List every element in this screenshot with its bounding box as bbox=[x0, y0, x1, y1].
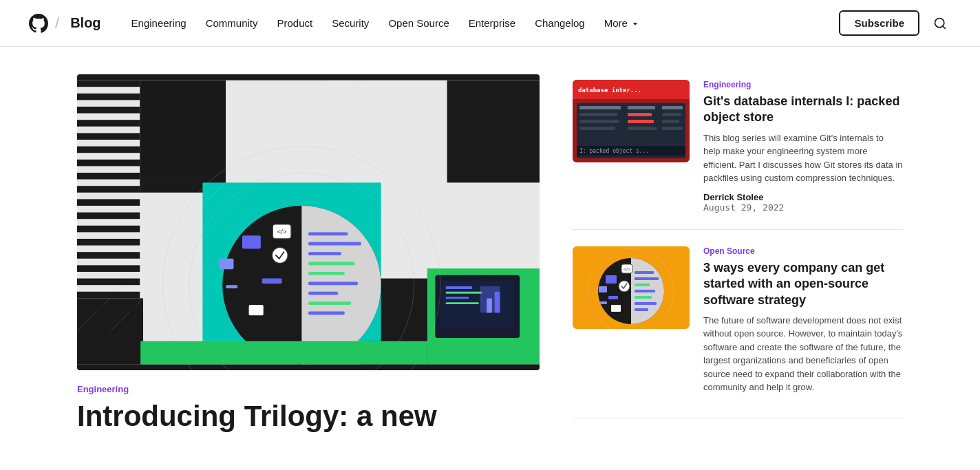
svg-rect-14 bbox=[308, 262, 354, 266]
header-actions: Subscribe bbox=[839, 10, 952, 36]
article-thumbnail-2[interactable]: </> bbox=[573, 246, 690, 329]
article-title-2[interactable]: 3 ways every company can get started wit… bbox=[703, 260, 903, 308]
hero-category: Engineering bbox=[77, 384, 540, 394]
svg-rect-67 bbox=[628, 106, 655, 109]
svg-rect-22 bbox=[262, 279, 282, 284]
hero-image[interactable]: </> bbox=[77, 74, 540, 370]
svg-rect-92 bbox=[600, 301, 607, 304]
svg-text:</>: </> bbox=[624, 267, 630, 272]
article-title-1[interactable]: Git's database internals I: packed objec… bbox=[703, 94, 903, 126]
svg-rect-66 bbox=[579, 106, 621, 109]
main-content: </> bbox=[50, 47, 930, 433]
svg-rect-90 bbox=[599, 286, 607, 292]
svg-rect-84 bbox=[635, 284, 650, 286]
svg-rect-23 bbox=[226, 285, 237, 288]
svg-rect-71 bbox=[662, 113, 681, 116]
svg-rect-55 bbox=[77, 239, 140, 246]
articles-list: database inter... bbox=[573, 74, 903, 433]
article-card: database inter... bbox=[573, 74, 903, 230]
hero-meta: Engineering Introducing Trilogy: a new bbox=[77, 384, 540, 433]
thumbnail-illustration-1: database inter... bbox=[573, 80, 690, 162]
svg-rect-60 bbox=[77, 305, 140, 312]
svg-rect-13 bbox=[308, 252, 341, 255]
nav-item-security[interactable]: Security bbox=[323, 12, 377, 34]
nav-item-community[interactable]: Community bbox=[198, 12, 266, 34]
svg-rect-49 bbox=[77, 160, 140, 167]
svg-rect-91 bbox=[608, 296, 618, 299]
svg-rect-15 bbox=[308, 272, 345, 275]
svg-rect-88 bbox=[635, 308, 648, 311]
svg-rect-48 bbox=[77, 147, 140, 153]
svg-rect-68 bbox=[662, 106, 683, 109]
svg-rect-19 bbox=[308, 312, 345, 315]
svg-rect-57 bbox=[77, 265, 140, 272]
search-icon bbox=[933, 17, 947, 30]
nav-item-enterprise[interactable]: Enterprise bbox=[460, 12, 524, 34]
nav-item-product[interactable]: Product bbox=[268, 12, 321, 34]
svg-rect-45 bbox=[77, 107, 140, 114]
svg-rect-17 bbox=[308, 292, 338, 295]
svg-rect-74 bbox=[662, 120, 679, 123]
svg-rect-46 bbox=[77, 120, 140, 127]
svg-rect-18 bbox=[308, 301, 351, 305]
nav-item-engineering[interactable]: Engineering bbox=[123, 12, 195, 34]
svg-rect-72 bbox=[579, 120, 619, 123]
svg-text:I: packed object s...: I: packed object s... bbox=[579, 148, 649, 154]
article-excerpt-2: The future of software development does … bbox=[703, 314, 903, 394]
svg-line-1 bbox=[943, 25, 946, 28]
nav-more-label: More bbox=[604, 17, 628, 29]
article-thumbnail-1[interactable]: database inter... bbox=[573, 80, 690, 162]
github-logo-icon bbox=[28, 12, 50, 34]
hero-illustration: </> bbox=[77, 74, 540, 370]
svg-rect-43 bbox=[77, 81, 140, 87]
svg-point-95 bbox=[619, 281, 630, 292]
svg-rect-31 bbox=[446, 292, 482, 294]
svg-rect-4 bbox=[447, 81, 540, 183]
article-category-1: Engineering bbox=[703, 80, 903, 89]
search-button[interactable] bbox=[928, 11, 952, 36]
svg-rect-73 bbox=[628, 120, 654, 123]
chevron-down-icon bbox=[630, 19, 640, 28]
svg-rect-61 bbox=[140, 341, 427, 365]
svg-rect-27 bbox=[249, 305, 264, 315]
hero-section: </> bbox=[77, 74, 540, 433]
svg-rect-11 bbox=[308, 232, 348, 235]
svg-rect-35 bbox=[487, 298, 492, 312]
svg-rect-56 bbox=[77, 252, 140, 259]
svg-rect-51 bbox=[77, 186, 140, 193]
main-nav: Engineering Community Product Security O… bbox=[123, 12, 840, 34]
site-header: / Blog Engineering Community Product Sec… bbox=[0, 0, 980, 47]
svg-rect-82 bbox=[635, 271, 654, 274]
svg-rect-12 bbox=[308, 242, 361, 246]
nav-item-opensource[interactable]: Open Source bbox=[380, 12, 457, 34]
article-author-1: Derrick Stolee bbox=[703, 192, 903, 202]
blog-title: Blog bbox=[70, 15, 100, 31]
svg-rect-58 bbox=[77, 279, 140, 286]
svg-rect-32 bbox=[446, 297, 469, 299]
nav-more-dropdown[interactable]: More bbox=[596, 12, 648, 34]
svg-rect-53 bbox=[77, 213, 140, 220]
svg-rect-83 bbox=[635, 277, 659, 280]
article-excerpt-1: This blog series will examine Git's inte… bbox=[703, 131, 903, 185]
thumbnail-illustration-2: </> bbox=[573, 246, 690, 329]
article-category-2: Open Source bbox=[703, 246, 903, 256]
svg-rect-59 bbox=[77, 292, 140, 299]
subscribe-button[interactable]: Subscribe bbox=[839, 10, 919, 36]
svg-rect-3 bbox=[140, 81, 226, 193]
svg-rect-54 bbox=[77, 226, 140, 233]
logo-link[interactable]: / Blog bbox=[28, 12, 101, 34]
svg-rect-47 bbox=[77, 133, 140, 140]
svg-rect-89 bbox=[606, 275, 617, 284]
svg-rect-33 bbox=[446, 302, 479, 304]
hero-title: Introducing Trilogy: a new bbox=[77, 400, 540, 433]
nav-item-changelog[interactable]: Changelog bbox=[526, 12, 593, 34]
svg-rect-36 bbox=[495, 292, 500, 313]
article-date-1: August 29, 2022 bbox=[703, 202, 903, 213]
svg-rect-30 bbox=[446, 286, 472, 289]
article-card-2: </> Open Source 3 ways every company can… bbox=[573, 230, 903, 418]
svg-text:</>: </> bbox=[277, 228, 287, 235]
svg-text:database inter...: database inter... bbox=[578, 87, 641, 94]
svg-rect-87 bbox=[635, 302, 657, 305]
svg-rect-76 bbox=[628, 127, 657, 130]
article-content-2: Open Source 3 ways every company can get… bbox=[703, 246, 903, 401]
